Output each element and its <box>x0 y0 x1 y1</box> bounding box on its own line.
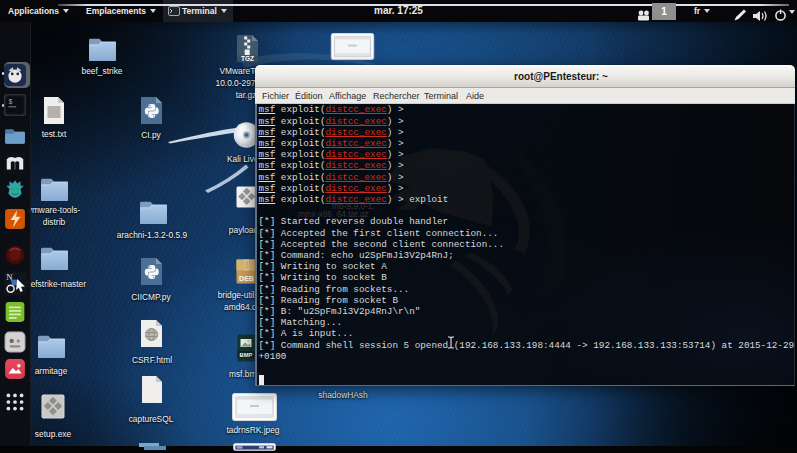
svg-text:TGZ: TGZ <box>241 55 254 62</box>
svg-text:DEB: DEB <box>239 275 254 282</box>
svg-text:BMP: BMP <box>240 352 253 358</box>
svg-text:$: $ <box>8 99 12 106</box>
